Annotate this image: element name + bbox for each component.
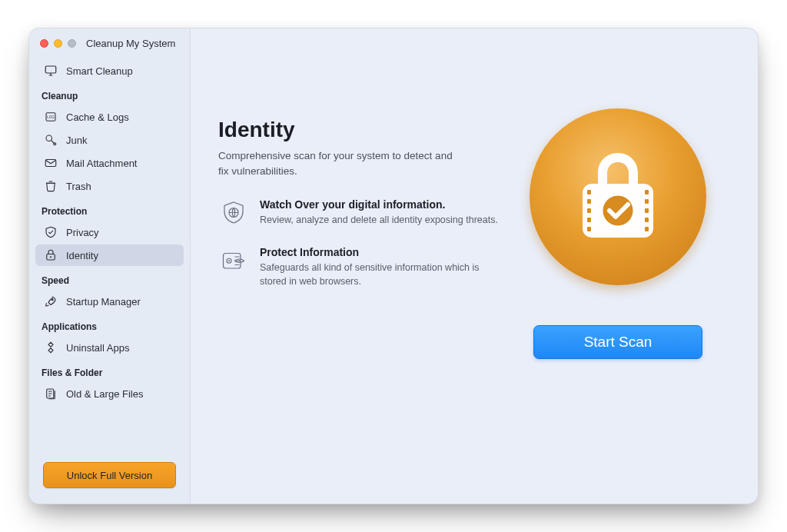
sidebar-item-label: Identity — [66, 250, 98, 261]
lock-check-icon — [572, 147, 664, 247]
unlock-full-version-button[interactable]: Unlock Full Version — [43, 462, 176, 488]
safe-eye-icon — [218, 246, 249, 277]
titlebar: Cleanup My System — [29, 28, 190, 57]
feature-title: Watch Over your digital information. — [260, 198, 498, 211]
sidebar-item-uninstall-apps[interactable]: Uninstall Apps — [35, 337, 184, 358]
minimize-icon[interactable] — [54, 39, 62, 48]
sidebar-item-old-large-files[interactable]: Old & Large Files — [35, 383, 184, 404]
section-cleanup-label: Cleanup — [29, 83, 190, 105]
zoom-icon[interactable] — [68, 39, 76, 48]
sidebar-item-label: Old & Large Files — [66, 388, 143, 400]
svg-point-3 — [46, 135, 52, 141]
nav: Smart Cleanup Cleanup LOG Cache & Logs J… — [29, 57, 190, 451]
svg-rect-5 — [45, 160, 56, 167]
sidebar-item-label: Junk — [66, 135, 87, 146]
hero-graphic — [530, 108, 706, 285]
section-protection-label: Protection — [29, 198, 190, 220]
svg-rect-18 — [587, 199, 591, 204]
close-icon[interactable] — [40, 39, 48, 48]
svg-rect-19 — [587, 208, 591, 213]
sidebar-item-trash[interactable]: Trash — [35, 175, 184, 197]
svg-rect-17 — [587, 190, 591, 195]
rocket-icon — [43, 294, 58, 308]
section-speed-label: Speed — [29, 268, 190, 289]
sidebar-item-mail-attachment[interactable]: Mail Attachment — [35, 152, 184, 174]
mail-icon — [43, 156, 58, 170]
start-scan-button[interactable]: Start Scan — [533, 325, 702, 359]
feature-text: Watch Over your digital information. Rev… — [260, 198, 498, 229]
sidebar-item-junk[interactable]: Junk — [35, 129, 184, 151]
feature-watch-over: Watch Over your digital information. Rev… — [218, 198, 503, 229]
sidebar: Cleanup My System Smart Cleanup Cleanup … — [29, 28, 191, 504]
section-files-label: Files & Folder — [29, 360, 190, 381]
main-left: Identity Comprehensive scan for your sys… — [218, 47, 503, 504]
sidebar-item-identity[interactable]: Identity — [35, 244, 184, 266]
section-applications-label: Applications — [29, 314, 190, 335]
feature-title: Protect Information — [260, 246, 503, 258]
svg-rect-25 — [645, 218, 649, 222]
apps-icon — [43, 341, 58, 354]
svg-rect-26 — [645, 227, 649, 231]
shield-globe-icon — [218, 198, 249, 229]
sidebar-item-label: Smart Cleanup — [66, 65, 133, 77]
sidebar-item-label: Mail Attachment — [66, 158, 138, 169]
feature-text: Protect Information Safeguards all kind … — [260, 246, 503, 288]
log-icon: LOG — [43, 110, 58, 124]
sidebar-item-label: Cache & Logs — [66, 111, 129, 123]
svg-rect-21 — [587, 227, 591, 231]
page-description: Comprehensive scan for your system to de… — [218, 148, 464, 178]
canvas: Cleanup My System Smart Cleanup Cleanup … — [0, 0, 787, 532]
sidebar-item-smart-cleanup[interactable]: Smart Cleanup — [35, 60, 184, 81]
sidebar-item-label: Uninstall Apps — [66, 342, 129, 354]
lock-icon — [43, 248, 58, 262]
svg-rect-22 — [645, 190, 649, 195]
content: Identity Comprehensive scan for your sys… — [191, 28, 758, 504]
sidebar-item-startup-manager[interactable]: Startup Manager — [35, 291, 184, 312]
window-controls — [40, 39, 76, 48]
svg-rect-23 — [645, 199, 649, 204]
app-title: Cleanup My System — [86, 38, 175, 49]
sidebar-item-cache-logs[interactable]: LOG Cache & Logs — [35, 106, 184, 128]
app-window: Cleanup My System Smart Cleanup Cleanup … — [28, 28, 759, 504]
sidebar-item-label: Trash — [66, 181, 91, 192]
sidebar-footer: Unlock Full Version — [29, 451, 190, 504]
page-title: Identity — [218, 118, 503, 142]
svg-point-13 — [228, 260, 230, 261]
svg-point-8 — [51, 299, 53, 301]
svg-point-14 — [238, 260, 240, 261]
svg-rect-20 — [587, 218, 591, 222]
sidebar-item-privacy[interactable]: Privacy — [35, 221, 184, 243]
trash-icon — [43, 179, 58, 193]
shield-icon — [43, 225, 58, 239]
monitor-icon — [43, 64, 58, 78]
junk-icon — [43, 133, 58, 147]
feature-desc: Safeguards all kind of sensitive informa… — [260, 261, 503, 288]
feature-desc: Review, analyze and delete all identity … — [260, 213, 498, 227]
svg-rect-24 — [645, 208, 649, 213]
svg-point-7 — [50, 256, 51, 258]
svg-text:LOG: LOG — [47, 115, 55, 119]
sidebar-item-label: Privacy — [66, 227, 99, 238]
files-icon — [43, 387, 58, 401]
main: Identity Comprehensive scan for your sys… — [191, 28, 758, 504]
main-right: Start Scan — [503, 47, 733, 504]
svg-rect-0 — [45, 66, 56, 73]
feature-protect-info: Protect Information Safeguards all kind … — [218, 246, 503, 288]
sidebar-item-label: Startup Manager — [66, 296, 141, 308]
